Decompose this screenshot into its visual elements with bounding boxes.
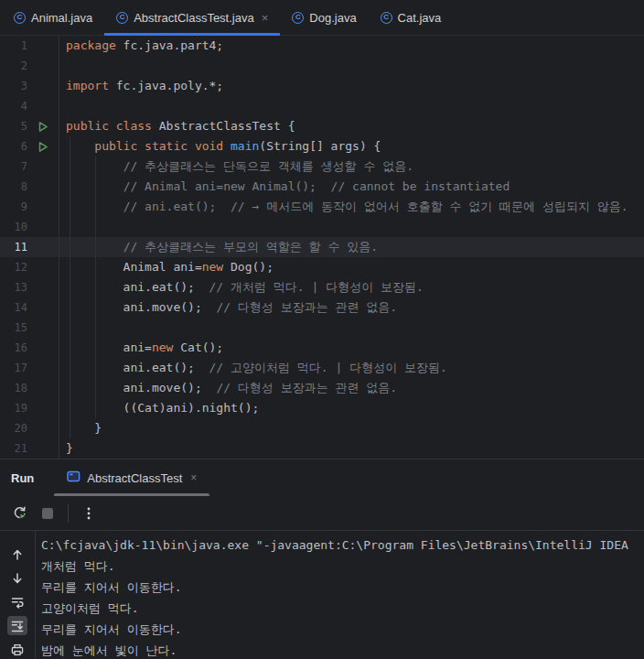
code-text xyxy=(59,96,644,116)
code-line: 13 ani.eat(); // 개처럼 먹다. | 다형성이 보장됨. xyxy=(0,277,644,297)
code-line: 6 public static void main(String[] args)… xyxy=(0,136,644,157)
class-icon: C xyxy=(292,12,304,24)
line-number: 4 xyxy=(0,96,27,116)
code-line: 21} xyxy=(0,438,644,459)
line-number: 18 xyxy=(0,378,27,398)
editor-tab[interactable]: CAbstractClassTest.java× xyxy=(104,0,280,35)
class-icon: C xyxy=(116,12,128,24)
more-options-icon[interactable] xyxy=(79,503,99,524)
line-number: 3 xyxy=(0,76,27,96)
editor-tab-bar: CAnimal.javaCAbstractClassTest.java×CDog… xyxy=(0,0,644,36)
code-line: 16 ani=new Cat(); xyxy=(0,338,644,358)
stop-icon[interactable] xyxy=(38,503,58,524)
editor-tab[interactable]: CDog.java xyxy=(280,0,368,35)
line-number: 19 xyxy=(0,398,27,418)
console-output[interactable]: C:\fcjava\jdk-11\bin\java.exe "-javaagen… xyxy=(36,531,644,659)
code-line: 1package fc.java.part4; xyxy=(0,36,644,56)
run-line-icon[interactable] xyxy=(38,141,48,153)
editor-tab-label: Animal.java xyxy=(31,11,92,25)
line-number: 15 xyxy=(0,318,27,338)
code-text: public static void main(String[] args) { xyxy=(59,136,644,157)
editor-tab-label: Dog.java xyxy=(309,11,356,25)
editor-tab-label: Cat.java xyxy=(398,11,442,25)
code-text: public class AbstractClassTest { xyxy=(59,116,644,136)
code-text: import fc.java.poly.*; xyxy=(59,76,644,96)
run-tab-label: AbstractClassTest xyxy=(87,471,182,485)
console-line: 무리를 지어서 이동한다. xyxy=(41,577,644,598)
editor-tab-label: AbstractClassTest.java xyxy=(134,11,254,25)
console-line: 개처럼 먹다. xyxy=(41,556,644,577)
code-text: // 추상클래스는 부모의 역할은 할 수 있음. xyxy=(59,237,644,257)
line-number: 21 xyxy=(0,438,27,459)
code-text xyxy=(59,56,644,76)
line-number: 17 xyxy=(0,358,27,378)
code-text: } xyxy=(59,418,644,438)
code-line: 2 xyxy=(0,56,644,76)
close-icon[interactable]: × xyxy=(262,11,269,25)
run-config-icon xyxy=(67,470,80,485)
code-line: 17 ani.eat(); // 고양이처럼 먹다. | 다형성이 보장됨. xyxy=(0,358,644,378)
code-line: 10 xyxy=(0,217,644,237)
run-tool-window: Run AbstractClassTest × C:\fcjava\jdk-11… xyxy=(0,459,644,659)
code-line: 7 // 추상클래스는 단독으로 객체를 생성할 수 없음. xyxy=(0,157,644,177)
console-line: 고양이처럼 먹다. xyxy=(41,598,644,619)
line-number: 8 xyxy=(0,177,27,197)
class-icon: C xyxy=(381,12,392,24)
code-line: 4 xyxy=(0,96,644,116)
code-text: ani.move(); // 다형성 보장과는 관련 없음. xyxy=(59,297,644,318)
console-line: 밤에 눈에서 빛이 난다. xyxy=(41,640,644,659)
line-number: 7 xyxy=(0,157,27,177)
code-text: ani.eat(); // 고양이처럼 먹다. | 다형성이 보장됨. xyxy=(59,358,644,378)
line-number: 13 xyxy=(0,277,27,297)
code-line: 20 } xyxy=(0,418,644,438)
code-text: // ani.eat(); // → 메서드에 동작이 없어서 호출할 수 없기… xyxy=(59,197,644,217)
code-text xyxy=(59,217,644,237)
indent-guide xyxy=(70,136,70,438)
code-line: 8 // Animal ani=new Animal(); // cannot … xyxy=(0,177,644,197)
print-icon[interactable] xyxy=(7,640,27,659)
code-text xyxy=(59,318,644,338)
down-arrow-icon[interactable] xyxy=(7,569,27,589)
code-line: 18 ani.move(); // 다형성 보장과는 관련 없음. xyxy=(0,378,644,398)
code-text: Animal ani=new Dog(); xyxy=(59,257,644,277)
rerun-icon[interactable] xyxy=(9,503,29,524)
line-number: 12 xyxy=(0,257,27,277)
run-tab[interactable]: AbstractClassTest × xyxy=(54,459,209,496)
line-number: 11 xyxy=(0,237,27,257)
line-number: 5 xyxy=(0,116,27,136)
line-number: 16 xyxy=(0,338,27,358)
code-line: 5public class AbstractClassTest { xyxy=(0,116,644,136)
console: C:\fcjava\jdk-11\bin\java.exe "-javaagen… xyxy=(0,531,644,659)
run-toolbar xyxy=(0,496,644,531)
run-panel-header: Run AbstractClassTest × xyxy=(0,459,644,496)
line-number: 9 xyxy=(0,197,27,217)
line-number: 14 xyxy=(0,297,27,318)
code-text: package fc.java.part4; xyxy=(59,36,644,56)
code-line: 9 // ani.eat(); // → 메서드에 동작이 없어서 호출할 수 … xyxy=(0,197,644,217)
editor-tab[interactable]: CCat.java xyxy=(369,0,454,35)
code-line: 19 ((Cat)ani).night(); xyxy=(0,398,644,418)
indent-guide xyxy=(95,157,96,418)
code-text: ((Cat)ani).night(); xyxy=(59,398,644,418)
console-line: 무리를 지어서 이동한다. xyxy=(41,619,644,640)
up-arrow-icon[interactable] xyxy=(7,546,27,565)
code-text: ani.eat(); // 개처럼 먹다. | 다형성이 보장됨. xyxy=(59,277,644,297)
run-line-icon[interactable] xyxy=(38,121,48,133)
line-number: 10 xyxy=(0,217,27,237)
console-line: C:\fcjava\jdk-11\bin\java.exe "-javaagen… xyxy=(41,535,644,556)
class-icon: C xyxy=(14,12,26,24)
close-icon[interactable]: × xyxy=(190,471,197,484)
scroll-to-end-icon[interactable] xyxy=(7,616,27,635)
console-toolbar xyxy=(0,531,36,659)
code-editor[interactable]: 1package fc.java.part4;23import fc.java.… xyxy=(0,36,644,459)
code-text: ani.move(); // 다형성 보장과는 관련 없음. xyxy=(59,378,644,398)
code-line: 11 // 추상클래스는 부모의 역할은 할 수 있음. xyxy=(0,237,644,257)
line-number: 2 xyxy=(0,56,27,76)
code-text: } xyxy=(59,438,644,459)
soft-wrap-icon[interactable] xyxy=(7,593,27,612)
code-line: 15 xyxy=(0,318,644,338)
editor-tab[interactable]: CAnimal.java xyxy=(2,0,104,35)
toolbar-separator xyxy=(68,504,69,523)
run-panel-title: Run xyxy=(11,471,34,485)
code-line: 3import fc.java.poly.*; xyxy=(0,76,644,96)
